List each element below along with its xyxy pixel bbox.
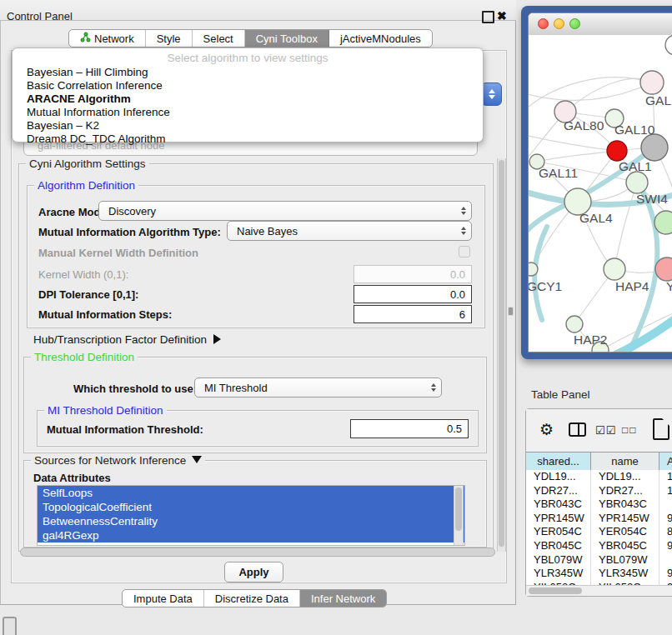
list-vertical-scrollbar[interactable] (454, 486, 464, 545)
dropdown-item[interactable]: Bayesian – K2 (27, 119, 99, 132)
tab-cyni-toolbox[interactable]: Cyni Toolbox (245, 30, 329, 47)
table-row[interactable]: YDL19... YDL19... 13 (526, 470, 672, 484)
scrollbar-thumb[interactable] (499, 160, 504, 547)
node-label: GAL1 (619, 159, 652, 173)
node-label: HAP2 (574, 332, 608, 347)
table-row[interactable]: YER054C YER054C 8. (526, 525, 672, 539)
gear-icon[interactable]: ⚙ (539, 420, 554, 439)
kernel-width-label: Kernel Width (0,1): (38, 268, 128, 281)
dropdown-item[interactable]: Mutual Information Inference (27, 106, 170, 118)
combo-arrows-icon (456, 227, 471, 235)
node-label: GAL4 (579, 211, 613, 225)
table-header-row: shared... name A (526, 452, 672, 471)
export-table-icon[interactable] (653, 418, 669, 440)
mi-threshold-input[interactable]: 0.5 (350, 419, 469, 438)
mi-steps-input[interactable]: 6 (354, 305, 472, 323)
deselect-all-checkboxes-icon[interactable]: □□ (622, 424, 638, 436)
node-label: GAL10 (614, 122, 655, 137)
list-item[interactable]: SelfLoops (38, 486, 464, 500)
network-view-window[interactable]: GAL GAL80 GAL10 GAL11 GAL1 SWI4 GAL4 GCY… (521, 6, 672, 359)
network-icon (80, 32, 91, 45)
zoom-traffic-icon[interactable] (569, 18, 580, 29)
column-header-shared[interactable]: shared... (526, 452, 591, 470)
apply-button[interactable]: Apply (224, 562, 283, 582)
control-panel-bottom-tabbar: Impute Data Discretize Data Infer Networ… (122, 589, 387, 608)
table-toolbar: ⚙ ☑☑ □□ (526, 409, 672, 452)
dpi-tolerance-label: DPI Tolerance [0,1]: (38, 288, 138, 301)
list-item[interactable]: TopologicalCoefficient (38, 500, 464, 514)
node-label: SWI4 (636, 192, 668, 206)
mi-threshold-title: MI Threshold Definition (44, 404, 167, 417)
table-row[interactable]: YLR345W YLR345W 9. (526, 567, 672, 581)
tab-impute-data[interactable]: Impute Data (123, 590, 204, 607)
list-item[interactable]: BetweennessCentrality (38, 514, 464, 528)
inference-algorithm-combo-button[interactable] (481, 82, 502, 106)
dropdown-item[interactable]: Bayesian – Hill Climbing (27, 66, 148, 78)
network-graph: GAL GAL80 GAL10 GAL11 GAL1 SWI4 GAL4 GCY… (529, 35, 672, 352)
dropdown-item[interactable]: Dream8 DC_TDC Algorithm (27, 132, 166, 145)
kernel-width-input[interactable]: 0.0 (354, 265, 472, 283)
tab-jactivemnodules[interactable]: jActiveMNodules (329, 30, 432, 47)
table-row[interactable]: YBL079W YBL079W (526, 553, 672, 568)
tab-infer-network[interactable]: Infer Network (300, 590, 386, 607)
splitter-grip[interactable] (509, 308, 513, 315)
control-panel-tabbar: Network Style Select Cyni Toolbox jActiv… (68, 29, 433, 48)
screen: Control Panel ✖ Network Style Select Cyn… (0, 0, 672, 635)
table-body[interactable]: YDL19... YDL19... 13 YDR27... YDR27... 1… (526, 470, 672, 585)
table-panel-title: Table Panel (531, 388, 590, 401)
hub-definition-expander[interactable]: Hub/Transcription Factor Definition (33, 333, 221, 346)
threshold-definition-title: Threshold Definition (31, 351, 138, 363)
minimize-traffic-icon[interactable] (554, 18, 564, 29)
table-row[interactable]: YBR045C YBR045C 9. (526, 539, 672, 553)
aracne-mode-combo[interactable]: Discovery (98, 201, 472, 221)
cyni-settings-group-title: Cyni Algorithm Settings (26, 158, 149, 170)
mi-steps-label: Mutual Information Steps: (38, 308, 172, 321)
combo-arrows-icon (426, 383, 441, 392)
network-canvas[interactable]: GAL GAL80 GAL10 GAL11 GAL1 SWI4 GAL4 GCY… (529, 35, 672, 352)
network-inner-window: GAL GAL80 GAL10 GAL11 GAL1 SWI4 GAL4 GCY… (528, 12, 672, 352)
expand-icon[interactable] (213, 334, 221, 344)
collapsed-panel-icon[interactable] (3, 617, 17, 635)
tab-network[interactable]: Network (69, 30, 146, 47)
column-header-clipped[interactable]: A (659, 452, 672, 470)
close-icon[interactable]: ✖ (497, 9, 507, 22)
node-label: GAL (645, 93, 671, 108)
column-header-name[interactable]: name (591, 452, 659, 470)
dropdown-item[interactable]: ARACNE Algorithm (27, 92, 131, 105)
settings-horizontal-scrollbar[interactable] (20, 548, 495, 557)
float-window-icon[interactable] (482, 11, 494, 23)
dropdown-item[interactable]: Basic Correlation Inference (27, 79, 163, 92)
table-horizontal-scrollbar[interactable] (526, 585, 672, 596)
table-row[interactable]: YBR043C YBR043C (526, 498, 672, 512)
tab-style[interactable]: Style (146, 30, 193, 47)
scrollbar-thumb[interactable] (455, 488, 462, 531)
dpi-tolerance-input[interactable]: 0.0 (354, 285, 472, 303)
which-threshold-combo[interactable]: MI Threshold (194, 378, 442, 398)
data-attributes-list[interactable]: SelfLoops TopologicalCoefficient Between… (37, 485, 465, 546)
algorithm-dropdown: Select algorithm to view settings Bayesi… (12, 48, 484, 142)
node-label: Y (666, 279, 672, 293)
close-traffic-icon[interactable] (538, 18, 549, 29)
node-label: GCY1 (529, 279, 562, 293)
manual-kernel-checkbox[interactable] (459, 246, 470, 258)
mi-threshold-label: Mutual Information Threshold: (47, 423, 203, 436)
spinner-down-icon (489, 95, 495, 99)
list-item[interactable]: gal4RGexp (38, 528, 464, 542)
sources-group-title: Sources for Network Inference (31, 454, 205, 467)
mi-type-combo[interactable]: Naive Bayes (227, 221, 472, 241)
scrollbar-thumb[interactable] (529, 588, 582, 594)
tab-discretize-data[interactable]: Discretize Data (204, 590, 300, 607)
columns-icon[interactable] (569, 422, 586, 437)
table-row[interactable]: YPR145W YPR145W 9. (526, 512, 672, 526)
tab-select[interactable]: Select (193, 30, 245, 47)
select-all-checkboxes-icon[interactable]: ☑☑ (595, 424, 616, 437)
settings-vertical-scrollbar[interactable] (497, 158, 506, 552)
algorithm-dropdown-placeholder: Select algorithm to view settings (13, 52, 483, 64)
table-row[interactable]: YDR27... YDR27... 12 (526, 484, 672, 498)
node-label: GAL11 (539, 166, 578, 180)
node-label: HAP4 (615, 279, 649, 293)
node-label: GAL80 (564, 118, 604, 132)
spinner-up-icon (489, 89, 495, 93)
collapse-icon[interactable] (192, 456, 202, 463)
tab-network-label: Network (94, 32, 134, 45)
